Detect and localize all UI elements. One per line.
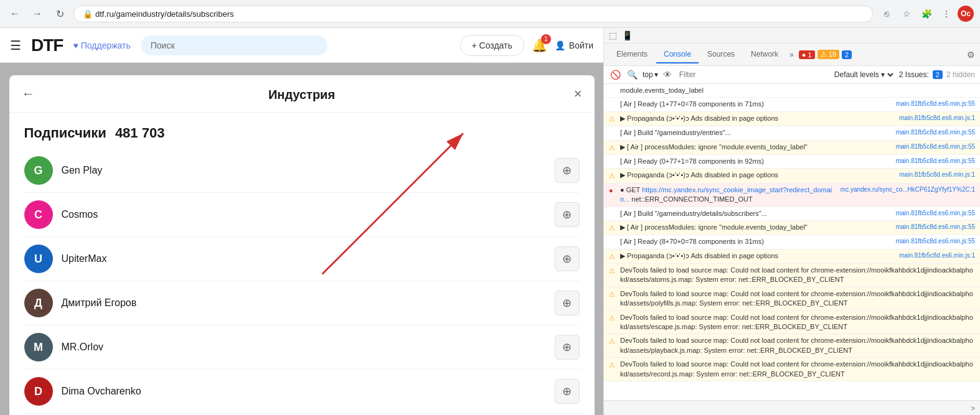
log-source[interactable]: main.81fb5c8d.es6.min.js:55 [896,142,975,151]
cast-icon[interactable]: ⎋ [878,5,895,22]
extension-icon[interactable]: 🧩 [918,5,935,22]
log-entry: module.events_today_label [604,84,980,98]
subscriber-avatar: G [24,156,53,185]
log-icon: ⚠ [609,223,618,233]
log-text: module.events_today_label [620,86,975,95]
modal-header: ← Индустрия × [9,75,595,113]
support-link[interactable]: ♥ Поддержать [73,40,130,50]
notification-button[interactable]: 🔔 1 [532,38,547,53]
log-source[interactable]: main.81fb5c8d.es6.min.js:1 [899,251,975,260]
clear-log-button[interactable]: 🚫 [609,68,622,81]
subscribers-count: 481 703 [115,125,165,141]
lock-icon: 🔒 [83,9,93,19]
prompt-label: > [971,404,975,412]
panel-icons: ⬚ 📱 [609,30,633,40]
login-label: Войти [569,40,593,50]
log-text: ▶ Propaganda (ɔ•ˈ•ˈ•)ɔ Ads disabled in p… [620,251,897,261]
log-entry: ●● GET https://mc.yandex.ru/sync_cookie_… [604,184,980,207]
devtools-top-icons: ⬚ 📱 [604,28,980,44]
log-source[interactable]: main.81fb5c8d.es6.min.js:55 [896,100,975,108]
log-text: DevTools failed to load source map: Coul… [620,360,975,379]
forward-button[interactable]: → [29,5,46,22]
devtools-bottom-bar: > [604,400,980,415]
tab-console[interactable]: Console [656,46,699,63]
device-icon[interactable]: 📱 [622,30,633,40]
user-icon: 👤 [555,40,565,50]
devtools-tabs: Elements Console Sources Network » ● 1 ⚠… [604,44,980,66]
devtools-log: module.events_today_label [ Air ] Ready … [604,84,980,400]
hamburger-menu[interactable]: ☰ [10,38,21,53]
subscriber-avatar: U [24,245,53,273]
search-box[interactable]: Поиск [141,35,327,55]
log-text: DevTools failed to load source map: Coul… [620,289,975,309]
back-button[interactable]: ← [6,5,24,22]
main-layout: ☰ DTF ♥ Поддержать Поиск + Создать 🔔 1 👤… [0,28,980,415]
eye-icon[interactable]: 👁 [662,68,673,81]
tab-network[interactable]: Network [743,46,786,63]
inspect-icon[interactable]: ⬚ [609,30,617,40]
log-source[interactable]: main.81fb5c8d.es6.min.js:55 [896,223,975,231]
header-right: + Создать 🔔 1 👤 Войти [460,35,593,56]
log-icon: ⚠ [609,314,618,323]
log-source[interactable]: main.81fb5c8d.es6.min.js:55 [896,157,975,166]
modal-close-button[interactable]: × [574,86,582,102]
filter-input[interactable] [677,69,828,80]
filter-icon[interactable]: 🔍 [626,68,639,81]
browser-actions: ⎋ ☆ 🧩 ⋮ Oc [878,5,974,22]
address-bar[interactable]: 🔒 dtf.ru/gameindustry/details/subscriber… [73,6,873,22]
log-entry: ⚠▶ [ Air ] processModules: ignore "modul… [604,221,980,235]
subscriber-name: Дмитрий Егоров [62,297,555,309]
browser-toolbar: ← → ↻ 🔒 dtf.ru/gameindustry/details/subs… [0,0,980,27]
notification-badge: 1 [541,34,551,44]
log-entry: ⚠▶ Propaganda (ɔ•ˈ•ˈ•)ɔ Ads disabled in … [604,169,980,183]
log-text: [ Air ] Ready (8+70+0=78 components in 3… [620,237,893,246]
log-icon: ⚠ [609,290,618,299]
modal-title: Индустрия [268,88,335,102]
log-text: [ Air ] Build "/gameindustry/details/sub… [620,209,893,218]
log-text: ▶ [ Air ] processModules: ignore "module… [620,223,893,232]
avatar[interactable]: Oc [958,6,974,22]
login-button[interactable]: 👤 Войти [555,40,593,50]
reload-button[interactable]: ↻ [51,5,68,22]
modal-back-button[interactable]: ← [22,86,35,102]
log-icon: ⚠ [609,252,618,261]
follow-button[interactable]: ⊕ [555,158,580,183]
log-source[interactable]: mc.yandex.ru/sync_co...HkCP61ZgYfyf1Y%2C… [841,185,975,194]
subscriber-item: MMR.Orlov⊕ [24,325,580,370]
log-entry: ⚠▶ [ Air ] processModules: ignore "modul… [604,141,980,155]
tab-more[interactable]: » [787,47,796,63]
bookmark-icon[interactable]: ☆ [898,5,915,22]
log-text: ▶ [ Air ] processModules: ignore "module… [620,142,893,152]
log-entry: [ Air ] Ready (8+70+0=78 components in 3… [604,235,980,249]
devtools-toolbar: 🚫 🔍 top ▾ 👁 Default levels ▾ 2 Issues: 2… [604,66,980,84]
follow-button[interactable]: ⊕ [555,291,580,315]
follow-button[interactable]: ⊕ [555,202,580,227]
search-placeholder: Поиск [151,40,175,50]
issues-badge: 2 [933,70,943,79]
log-source[interactable]: main.81fb5c8d.es6.min.js:1 [899,114,975,123]
log-icon: ● [609,186,618,195]
subscriber-name: Dima Ovcharenko [62,386,555,397]
create-button[interactable]: + Создать [460,35,524,56]
log-link[interactable]: https://mc.yandex.ru/sync_cookie_image_s… [620,186,832,203]
error-badge: ● 1 [799,50,815,59]
menu-icon[interactable]: ⋮ [938,5,955,22]
follow-button[interactable]: ⊕ [555,335,580,360]
log-icon: ⚠ [609,143,618,152]
log-source[interactable]: main.81fb5c8d.es6.min.js:55 [896,128,975,137]
levels-select[interactable]: Default levels ▾ [832,70,895,80]
modal-backdrop: ← Индустрия × Подписчики 481 703 GGen Pl… [0,63,603,415]
follow-button[interactable]: ⊕ [555,246,580,271]
log-source[interactable]: main.81fb5c8d.es6.min.js:55 [896,237,975,246]
log-source[interactable]: main.81fb5c8d.es6.min.js:55 [896,209,975,218]
website-panel: ☰ DTF ♥ Поддержать Поиск + Создать 🔔 1 👤… [0,28,604,415]
log-source[interactable]: main.81fb5c8d.es6.min.js:1 [899,170,975,179]
tab-elements[interactable]: Elements [609,46,655,63]
context-select[interactable]: top ▾ [643,70,658,79]
follow-button[interactable]: ⊕ [555,379,580,404]
settings-icon[interactable]: ⚙ [967,50,975,60]
tab-sources[interactable]: Sources [700,46,742,63]
support-label: Поддержать [81,40,131,50]
log-entry: [ Air ] Build "/gameindustry/entries"...… [604,126,980,140]
hidden-label: 2 hidden [946,70,975,79]
